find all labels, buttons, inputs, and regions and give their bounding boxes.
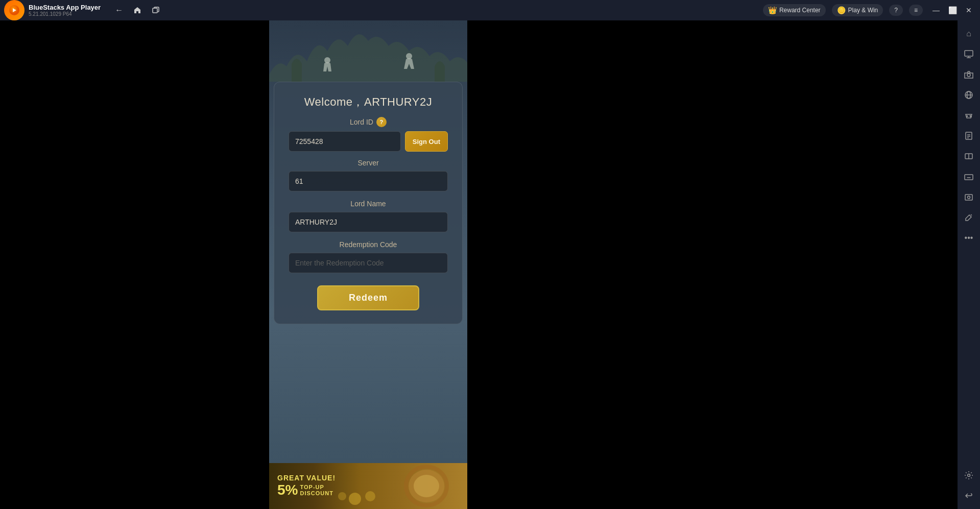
menu-button[interactable]: ≡ [909,5,923,16]
sidebar-resolution-icon[interactable] [960,147,978,165]
titlebar: BlueStacks App Player 5.21.201.1029 P64 … [0,0,980,20]
lord-id-input-row: Sign Out [289,131,448,152]
server-input[interactable] [289,171,448,191]
close-button[interactable]: ✕ [962,3,976,17]
discount-banner[interactable]: GREAT VALUE! 5% TOP-UP DISCOUNT [269,463,467,509]
reward-center-button[interactable]: 👑 Reward Center [763,4,826,16]
banner-discount-row: 5% TOP-UP DISCOUNT [277,482,336,498]
app-logo [4,0,25,20]
svg-point-11 [971,116,972,117]
main-content: Welcome，ARTHURY2J Lord ID ? Sign Out Ser… [0,20,958,509]
window-controls: — ⬜ ✕ [929,3,976,17]
svg-point-33 [349,493,361,505]
redeem-button[interactable]: Redeem [317,285,419,310]
svg-rect-24 [965,195,972,200]
sidebar-camera-icon[interactable] [960,65,978,84]
coin-icon: 🪙 [837,6,846,14]
titlebar-nav: ← [111,2,164,18]
svg-point-26 [968,474,970,477]
back-button[interactable]: ← [111,2,127,18]
maximize-button[interactable]: ⬜ [945,3,960,17]
app-version: 5.21.201.1029 P64 [29,11,101,17]
play-win-label: Play & Win [848,7,878,14]
redemption-code-label: Redemption Code [289,240,448,249]
menu-label: ≡ [914,7,918,14]
svg-point-34 [365,491,375,501]
lord-id-label: Lord ID [350,118,373,126]
svg-rect-12 [966,132,972,139]
help-button[interactable]: ? [889,5,903,16]
sidebar-controller-icon[interactable] [960,106,978,125]
lord-id-row: Lord ID ? [289,117,448,127]
app-name: BlueStacks App Player [29,4,101,11]
banner-discount-label: DISCOUNT [300,490,333,496]
lord-name-label: Lord Name [289,200,448,208]
sidebar-screenshot-icon[interactable] [960,188,978,206]
right-black-area [467,20,958,509]
home-button[interactable] [129,2,146,18]
game-top-decoration [269,20,467,82]
right-sidebar: ⌂ [958,20,980,509]
lord-name-input[interactable] [289,212,448,232]
sidebar-settings-bottom-icon[interactable] [960,466,978,484]
svg-rect-3 [965,51,973,56]
sidebar-globe-icon[interactable] [960,86,978,104]
sidebar-apk-icon[interactable] [960,127,978,145]
svg-point-4 [967,74,970,77]
lord-id-input[interactable] [289,131,401,152]
sidebar-home-icon[interactable]: ⌂ [960,25,978,43]
redemption-code-input[interactable] [289,253,448,273]
titlebar-right-controls: 👑 Reward Center 🪙 Play & Win ? ≡ — ⬜ ✕ [763,3,976,17]
svg-rect-2 [153,8,157,13]
banner-lion-decoration [314,463,467,509]
server-label: Server [289,159,448,167]
app-name-block: BlueStacks App Player 5.21.201.1029 P64 [29,4,101,17]
banner-topup-block: TOP-UP DISCOUNT [300,484,333,496]
reward-center-label: Reward Center [779,7,821,14]
multiinstance-button[interactable] [148,2,164,18]
game-area: Welcome，ARTHURY2J Lord ID ? Sign Out Ser… [269,20,467,509]
banner-value-label: VALUE! [306,474,336,482]
left-black-area [0,20,269,509]
help-label: ? [894,7,898,14]
crown-icon: 👑 [768,6,777,14]
sidebar-screen-icon[interactable] [960,45,978,63]
sidebar-more-icon[interactable]: ••• [960,229,978,247]
redemption-modal: Welcome，ARTHURY2J Lord ID ? Sign Out Ser… [274,82,463,324]
sidebar-keyboard-icon[interactable] [960,167,978,186]
sidebar-back-bottom-icon[interactable] [960,487,978,505]
banner-text: GREAT VALUE! 5% TOP-UP DISCOUNT [277,474,336,498]
svg-point-25 [968,196,970,199]
sign-out-button[interactable]: Sign Out [405,131,448,152]
banner-percent: 5% [277,482,298,498]
welcome-text: Welcome，ARTHURY2J [289,94,448,110]
svg-rect-18 [965,175,973,180]
minimize-button[interactable]: — [929,3,943,17]
banner-great-label: GREAT [277,474,304,482]
svg-point-35 [338,492,346,500]
lord-id-help-button[interactable]: ? [376,117,387,127]
svg-point-31 [414,475,439,497]
banner-topup-label: TOP-UP [300,484,333,490]
play-win-button[interactable]: 🪙 Play & Win [832,4,883,16]
sidebar-edit-icon[interactable] [960,208,978,227]
